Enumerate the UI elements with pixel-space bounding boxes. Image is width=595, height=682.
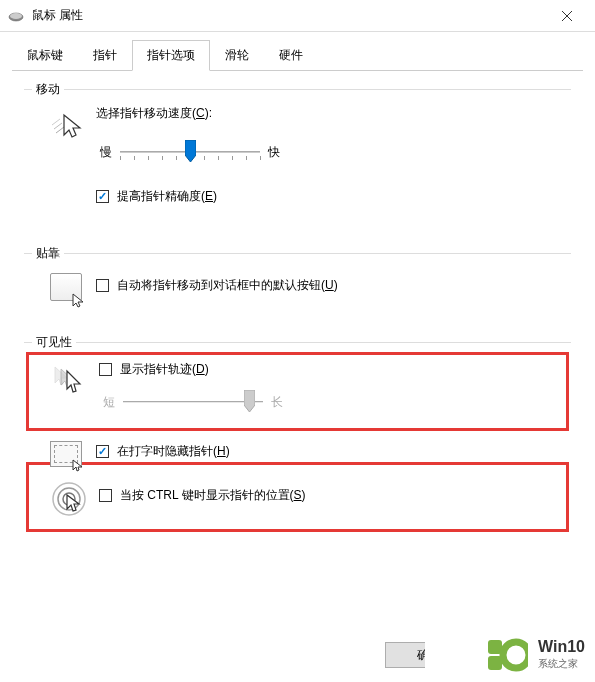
titlebar: 鼠标 属性 bbox=[0, 0, 595, 32]
svg-marker-12 bbox=[67, 371, 80, 392]
svg-marker-8 bbox=[185, 140, 196, 162]
precision-checkbox[interactable] bbox=[96, 190, 109, 203]
locate-label: 当按 CTRL 键时显示指针的位置(S) bbox=[120, 487, 306, 504]
trail-slider bbox=[123, 390, 263, 414]
tab-wheel[interactable]: 滑轮 bbox=[210, 40, 264, 71]
close-button[interactable] bbox=[547, 2, 587, 30]
snap-checkbox-label: 自动将指针移动到对话框中的默认按钮(U) bbox=[117, 277, 338, 294]
hide-typing-label: 在打字时隐藏指针(H) bbox=[117, 443, 230, 460]
tab-buttons[interactable]: 鼠标键 bbox=[12, 40, 78, 71]
trail-icon bbox=[53, 365, 85, 397]
window-title: 鼠标 属性 bbox=[32, 7, 547, 24]
visibility-group: 可见性 显示指针轨迹(D) bbox=[24, 342, 571, 546]
hide-typing-icon bbox=[50, 441, 82, 467]
tabs: 鼠标键 指针 指针选项 滑轮 硬件 bbox=[0, 32, 595, 71]
precision-label: 提高指针精确度(E) bbox=[117, 188, 217, 205]
snap-label: 贴靠 bbox=[32, 245, 64, 262]
visibility-label: 可见性 bbox=[32, 334, 76, 351]
svg-line-6 bbox=[56, 127, 64, 133]
movement-label: 移动 bbox=[32, 81, 64, 98]
snap-icon bbox=[50, 273, 82, 301]
svg-marker-13 bbox=[244, 390, 255, 412]
long-label: 长 bbox=[263, 394, 287, 411]
trail-label: 显示指针轨迹(D) bbox=[120, 361, 209, 378]
watermark-brand: Win10 bbox=[538, 639, 585, 655]
mouse-icon bbox=[8, 11, 24, 21]
trail-checkbox[interactable] bbox=[99, 363, 112, 376]
tab-panel: 移动 选择指针移动速度(C): 慢 bbox=[0, 71, 595, 584]
svg-marker-9 bbox=[73, 294, 83, 307]
movement-group: 移动 选择指针移动速度(C): 慢 bbox=[24, 89, 571, 233]
svg-line-4 bbox=[52, 119, 60, 125]
svg-line-5 bbox=[54, 123, 62, 129]
speed-slider[interactable] bbox=[120, 140, 260, 164]
locate-icon bbox=[51, 481, 87, 517]
svg-marker-18 bbox=[67, 495, 79, 511]
cursor-speed-icon bbox=[50, 109, 82, 141]
locate-checkbox[interactable] bbox=[99, 489, 112, 502]
svg-marker-14 bbox=[73, 460, 82, 471]
hide-typing-checkbox[interactable] bbox=[96, 445, 109, 458]
watermark-logo-icon bbox=[486, 636, 528, 674]
svg-point-21 bbox=[503, 642, 528, 668]
short-label: 短 bbox=[99, 394, 123, 411]
speed-label: 选择指针移动速度(C): bbox=[96, 105, 559, 122]
svg-marker-7 bbox=[64, 115, 80, 137]
snap-group: 贴靠 自动将指针移动到对话框中的默认按钮(U) bbox=[24, 253, 571, 322]
watermark-sub: 系统之家 bbox=[538, 657, 585, 671]
tab-pointer-options[interactable]: 指针选项 bbox=[132, 40, 210, 71]
tab-pointers[interactable]: 指针 bbox=[78, 40, 132, 71]
tab-hardware[interactable]: 硬件 bbox=[264, 40, 318, 71]
fast-label: 快 bbox=[260, 144, 284, 161]
snap-checkbox[interactable] bbox=[96, 279, 109, 292]
watermark: Win10 系统之家 bbox=[476, 630, 595, 682]
slow-label: 慢 bbox=[96, 144, 120, 161]
svg-point-1 bbox=[10, 13, 22, 19]
